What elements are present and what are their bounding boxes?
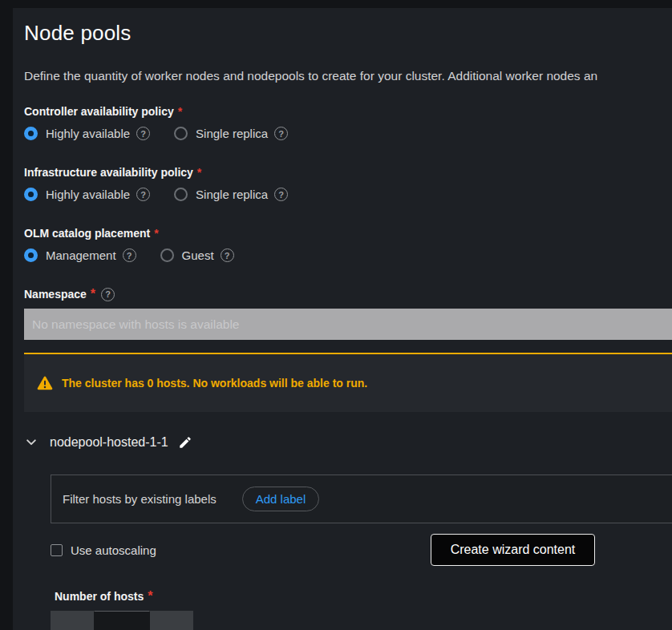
- radio-input[interactable]: [24, 127, 38, 140]
- radio-label: Single replica: [196, 127, 268, 140]
- nodepool-name: nodepool-hosted-1-1: [50, 435, 168, 450]
- filter-hosts-label: Filter hosts by existing labels: [63, 492, 217, 506]
- radio-input[interactable]: [174, 188, 188, 201]
- page-title: Node pools: [24, 21, 672, 46]
- minus-button[interactable]: [51, 611, 94, 630]
- field-label: Controller availability policy*: [24, 105, 672, 118]
- olm-catalog-placement-group: OLM catalog placement* Management Guest: [24, 227, 672, 262]
- radio-option-highly-available[interactable]: Highly available: [24, 127, 150, 140]
- required-asterisk: *: [178, 105, 182, 118]
- radio-label: Management: [46, 248, 116, 262]
- use-autoscaling-checkbox[interactable]: [51, 544, 63, 556]
- field-label-text: Namespace: [24, 288, 87, 301]
- alert-message: The cluster has 0 hosts. No workloads wi…: [62, 377, 367, 390]
- field-label-text: Infrastructure availability policy: [24, 166, 193, 179]
- radio-option-single-replica[interactable]: Single replica: [174, 188, 288, 201]
- radio-option-management[interactable]: Management: [24, 248, 136, 262]
- required-asterisk: *: [148, 589, 152, 604]
- nodepool-header: nodepool-hosted-1-1: [24, 435, 672, 450]
- namespace-label-row: Namespace *: [24, 287, 672, 301]
- required-asterisk: *: [197, 166, 201, 179]
- edit-pencil-icon[interactable]: [178, 435, 192, 450]
- radio-input[interactable]: [160, 248, 174, 262]
- help-icon[interactable]: [274, 188, 288, 201]
- required-asterisk: *: [154, 227, 158, 240]
- help-icon[interactable]: [123, 248, 136, 262]
- help-icon[interactable]: [221, 248, 234, 262]
- add-label-button[interactable]: Add label: [242, 487, 320, 511]
- radio-row: Highly available Single replica: [24, 127, 672, 140]
- help-icon[interactable]: [274, 127, 288, 140]
- radio-label: Guest: [182, 248, 214, 262]
- help-icon[interactable]: [101, 288, 115, 301]
- help-icon[interactable]: [136, 188, 150, 201]
- radio-label: Single replica: [196, 188, 268, 201]
- autoscaling-row: Use autoscaling Create wizard content: [51, 534, 672, 566]
- warning-alert: The cluster has 0 hosts. No workloads wi…: [24, 353, 672, 412]
- radio-label: Highly available: [46, 188, 130, 201]
- number-of-hosts-stepper: [51, 611, 672, 630]
- infrastructure-availability-policy-group: Infrastructure availability policy* High…: [24, 166, 672, 201]
- node-pools-step: Node pools Define the quantity of worker…: [13, 8, 672, 630]
- nodepool-body: Filter hosts by existing labels Add labe…: [51, 475, 672, 630]
- filter-hosts-box: Filter hosts by existing labels Add labe…: [51, 475, 672, 523]
- warning-triangle-icon: [37, 376, 53, 390]
- radio-option-single-replica[interactable]: Single replica: [174, 127, 288, 140]
- radio-option-guest[interactable]: Guest: [160, 248, 234, 262]
- field-label-text: Controller availability policy: [24, 105, 174, 118]
- chevron-down-icon[interactable]: [24, 435, 38, 450]
- required-asterisk: *: [91, 287, 95, 301]
- radio-row: Management Guest: [24, 248, 672, 262]
- field-label-text: OLM catalog placement: [24, 227, 150, 240]
- field-label: OLM catalog placement*: [24, 227, 672, 240]
- page-description: Define the quantity of worker nodes and …: [24, 69, 672, 83]
- create-wizard-content-button[interactable]: Create wizard content: [431, 534, 595, 566]
- radio-input[interactable]: [24, 248, 38, 262]
- radio-label: Highly available: [46, 127, 130, 140]
- namespace-select[interactable]: [24, 309, 672, 340]
- controller-availability-policy-group: Controller availability policy* Highly a…: [24, 105, 672, 140]
- radio-row: Highly available Single replica: [24, 188, 672, 201]
- help-icon[interactable]: [136, 127, 150, 140]
- number-of-hosts-input[interactable]: [94, 611, 150, 630]
- field-label: Infrastructure availability policy*: [24, 166, 672, 179]
- radio-option-highly-available[interactable]: Highly available: [24, 188, 150, 201]
- field-label-text: Number of hosts: [55, 590, 144, 603]
- plus-button[interactable]: [150, 611, 193, 630]
- radio-input[interactable]: [24, 188, 38, 201]
- radio-input[interactable]: [174, 127, 188, 140]
- use-autoscaling-label: Use autoscaling: [71, 543, 156, 557]
- number-of-hosts-label-row: Number of hosts *: [55, 589, 672, 604]
